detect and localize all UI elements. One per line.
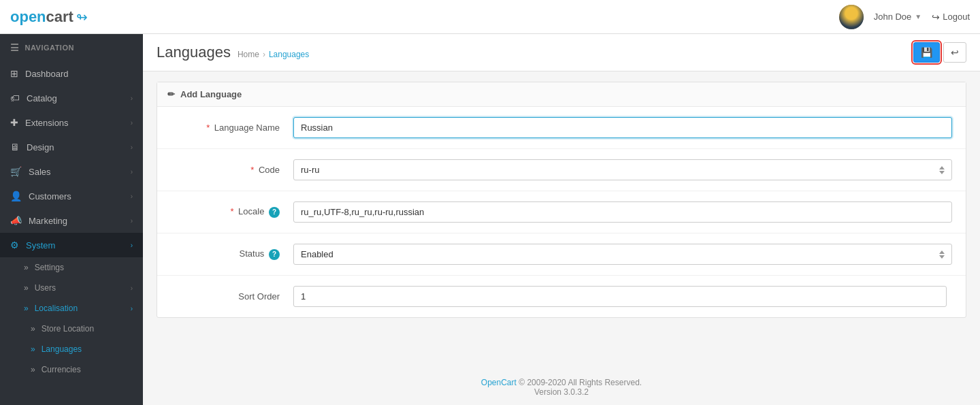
sidebar-sub-users[interactable]: » Users › bbox=[0, 278, 143, 298]
status-group: Status ? Enabled Disabled bbox=[157, 233, 966, 276]
language-name-input[interactable] bbox=[293, 117, 952, 138]
sort-order-label: Sort Order bbox=[171, 291, 293, 302]
header: opencart ↬ John Doe ▼ ↪ Logout bbox=[0, 0, 980, 34]
sidebar-label-users: Users bbox=[35, 283, 56, 293]
sidebar-item-customers[interactable]: 👤 Customers › bbox=[0, 184, 143, 208]
page-title: Languages bbox=[157, 44, 231, 61]
logout-icon: ↪ bbox=[932, 12, 940, 22]
footer-copyright: © 2009-2020 All Rights Reserved. bbox=[519, 378, 642, 387]
hamburger-icon: ☰ bbox=[10, 42, 20, 53]
user-name: John Doe bbox=[874, 12, 912, 22]
sidebar-item-system[interactable]: ⚙ System › bbox=[0, 233, 143, 257]
page-title-area: Languages Home › Languages bbox=[157, 44, 309, 61]
breadcrumb-home[interactable]: Home bbox=[238, 50, 259, 59]
design-arrow-icon: › bbox=[131, 144, 133, 151]
content-area: ✏ Add Language * Language Name bbox=[143, 71, 980, 370]
sidebar-label-store-location: Store Location bbox=[42, 324, 94, 334]
sort-order-input[interactable] bbox=[293, 286, 947, 307]
code-group: * Code ru-ru bbox=[157, 149, 966, 191]
add-language-card: ✏ Add Language * Language Name bbox=[157, 82, 966, 318]
sidebar-item-dashboard[interactable]: ⊞ Dashboard bbox=[0, 61, 143, 86]
user-dropdown[interactable]: John Doe ▼ bbox=[874, 12, 922, 22]
design-icon: 🖥 bbox=[10, 142, 20, 152]
sidebar-label-system: System bbox=[26, 240, 55, 250]
sidebar-sub-languages[interactable]: » Languages bbox=[0, 339, 143, 359]
breadcrumb-current: Languages bbox=[269, 50, 309, 59]
footer: OpenCart © 2009-2020 All Rights Reserved… bbox=[143, 370, 980, 405]
sales-arrow-icon: › bbox=[131, 168, 133, 176]
footer-version: Version 3.0.3.2 bbox=[534, 387, 589, 397]
customers-icon: 👤 bbox=[10, 191, 22, 201]
language-name-group: * Language Name bbox=[157, 107, 966, 149]
code-label: * Code bbox=[171, 165, 293, 175]
card-body: * Language Name * Code ru-ru bbox=[157, 107, 966, 317]
users-bullet: » bbox=[24, 283, 29, 293]
locale-help-icon[interactable]: ? bbox=[269, 207, 280, 218]
sidebar-item-marketing[interactable]: 📣 Marketing › bbox=[0, 208, 143, 233]
breadcrumb: Home › Languages bbox=[238, 50, 309, 59]
system-icon: ⚙ bbox=[10, 240, 19, 250]
page-header: Languages Home › Languages 💾 ↩ bbox=[143, 34, 980, 71]
localisation-bullet: » bbox=[24, 304, 29, 313]
logo-icon: ↬ bbox=[76, 9, 88, 25]
logout-button[interactable]: ↪ Logout bbox=[932, 12, 970, 22]
save-icon: 💾 bbox=[921, 47, 932, 58]
pencil-icon: ✏ bbox=[167, 89, 175, 99]
store-location-bullet: » bbox=[31, 324, 35, 334]
sidebar-item-sales[interactable]: 🛒 Sales › bbox=[0, 159, 143, 184]
sidebar: ☰ NAVIGATION ⊞ Dashboard 🏷 Catalog › ✚ E… bbox=[0, 34, 143, 405]
locale-group: * Locale ? bbox=[157, 191, 966, 233]
back-button[interactable]: ↩ bbox=[943, 42, 966, 63]
logout-label: Logout bbox=[943, 12, 970, 22]
language-name-label: * Language Name bbox=[171, 123, 293, 133]
dashboard-icon: ⊞ bbox=[10, 68, 18, 79]
save-button[interactable]: 💾 bbox=[913, 42, 940, 63]
main-content: Languages Home › Languages 💾 ↩ ✏ bbox=[143, 34, 980, 405]
nav-header: ☰ NAVIGATION bbox=[0, 34, 143, 61]
layout: ☰ NAVIGATION ⊞ Dashboard 🏷 Catalog › ✚ E… bbox=[0, 34, 980, 405]
marketing-icon: 📣 bbox=[10, 215, 22, 226]
sidebar-label-dashboard: Dashboard bbox=[25, 69, 69, 79]
extensions-icon: ✚ bbox=[10, 117, 18, 128]
footer-brand[interactable]: OpenCart bbox=[481, 378, 517, 387]
sidebar-label-marketing: Marketing bbox=[29, 216, 67, 226]
back-icon: ↩ bbox=[951, 47, 959, 58]
sidebar-label-languages: Languages bbox=[42, 344, 82, 354]
catalog-icon: 🏷 bbox=[10, 93, 20, 103]
locale-input[interactable] bbox=[293, 201, 952, 223]
required-star: * bbox=[206, 123, 210, 133]
sidebar-label-currencies: Currencies bbox=[42, 365, 81, 374]
users-arrow-icon: › bbox=[131, 285, 133, 292]
sidebar-item-extensions[interactable]: ✚ Extensions › bbox=[0, 110, 143, 135]
dropdown-caret-icon: ▼ bbox=[915, 13, 921, 20]
languages-bullet: » bbox=[31, 344, 35, 354]
settings-bullet: » bbox=[24, 263, 29, 272]
header-right: John Doe ▼ ↪ Logout bbox=[839, 5, 970, 29]
marketing-arrow-icon: › bbox=[131, 217, 133, 225]
card-header: ✏ Add Language bbox=[157, 82, 966, 107]
avatar bbox=[839, 5, 864, 29]
sidebar-sub-store-location[interactable]: » Store Location bbox=[0, 319, 143, 339]
breadcrumb-sep: › bbox=[263, 50, 265, 59]
sidebar-sub-currencies[interactable]: » Currencies bbox=[0, 359, 143, 380]
code-select[interactable]: ru-ru bbox=[293, 159, 952, 180]
localisation-arrow-icon: › bbox=[131, 305, 133, 312]
sidebar-label-settings: Settings bbox=[35, 263, 64, 272]
sidebar-label-localisation: Localisation bbox=[35, 304, 78, 313]
customers-arrow-icon: › bbox=[131, 193, 133, 200]
card-header-label: Add Language bbox=[180, 89, 242, 99]
sidebar-label-design: Design bbox=[27, 142, 54, 152]
sidebar-sub-localisation[interactable]: » Localisation › bbox=[0, 298, 143, 319]
sidebar-item-design[interactable]: 🖥 Design › bbox=[0, 135, 143, 159]
sidebar-sub-settings[interactable]: » Settings bbox=[0, 257, 143, 278]
page-actions: 💾 ↩ bbox=[913, 42, 966, 63]
sort-order-group: Sort Order bbox=[157, 276, 966, 317]
nav-header-label: NAVIGATION bbox=[25, 44, 74, 52]
status-select[interactable]: Enabled Disabled bbox=[293, 244, 952, 265]
logo-text: opencart bbox=[10, 8, 74, 26]
sidebar-label-extensions: Extensions bbox=[25, 118, 69, 128]
status-label: Status ? bbox=[171, 248, 293, 260]
sidebar-item-catalog[interactable]: 🏷 Catalog › bbox=[0, 86, 143, 110]
status-help-icon[interactable]: ? bbox=[269, 249, 280, 260]
sales-icon: 🛒 bbox=[10, 166, 22, 177]
